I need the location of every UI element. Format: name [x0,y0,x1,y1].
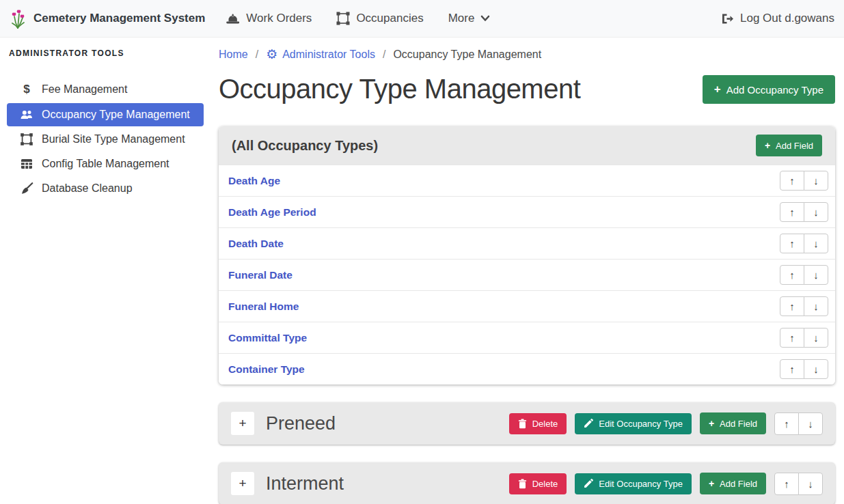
breadcrumb-label: Administrator Tools [282,48,375,61]
move-down-button[interactable]: ↓ [804,202,828,222]
pencil-icon [584,479,593,488]
down-arrow-icon: ↓ [813,332,819,344]
field-row: Death Age ↑ ↓ [219,165,835,196]
move-down-button[interactable]: ↓ [804,171,828,191]
all-occupancy-types-panel: (All Occupancy Types) + Add Field Death … [219,126,835,384]
add-field-button[interactable]: + Add Field [756,135,822,156]
panel-header: (All Occupancy Types) + Add Field [219,126,835,165]
move-up-button[interactable]: ↑ [780,234,804,253]
plus-icon: + [714,83,721,96]
logout-button[interactable]: Log Out d.gowans [721,12,834,25]
breadcrumb: Home / ⚙ Administrator Tools / Occupancy… [219,43,835,61]
field-row: Funeral Home ↑ ↓ [219,290,835,322]
field-link-funeral-home[interactable]: Funeral Home [228,300,299,313]
field-link-death-date[interactable]: Death Date [228,238,284,250]
move-down-button[interactable]: ↓ [804,265,828,285]
breadcrumb-admin-tools-link[interactable]: ⚙ Administrator Tools [266,48,375,61]
sidebar: ADMINISTRATOR TOOLS $ Fee Management Occ… [0,38,212,504]
page-title: Occupancy Type Management [219,72,580,106]
sidebar-item-config-table-management[interactable]: Config Table Management [7,152,204,176]
up-arrow-icon: ↑ [789,363,795,375]
move-down-button[interactable]: ↓ [804,359,828,379]
sidebar-gap [0,69,212,76]
reorder-controls: ↑ ↓ [780,328,828,348]
field-link-committal-type[interactable]: Committal Type [228,332,307,344]
add-field-button[interactable]: + Add Field [700,412,766,434]
expand-section-button[interactable]: + [231,472,254,495]
section-actions: Delete Edit Occupancy Type + Add Field [509,412,823,435]
up-arrow-icon: ↑ [789,332,795,344]
field-row: Committal Type ↑ ↓ [219,322,835,353]
button-label: Delete [532,419,558,429]
sidebar-item-burial-site-type-management[interactable]: Burial Site Type Management [7,128,204,151]
button-label: Add Field [720,419,757,429]
app-brand[interactable]: Cemetery Management System [10,8,205,29]
reorder-controls: ↑ ↓ [780,202,828,222]
field-link-container-type[interactable]: Container Type [228,363,305,376]
move-up-button[interactable]: ↑ [780,328,804,348]
move-down-button[interactable]: ↓ [804,296,828,316]
down-arrow-icon: ↓ [813,363,819,375]
move-up-button[interactable]: ↑ [780,171,804,191]
app-title: Cemetery Management System [33,12,205,25]
field-row: Death Age Period ↑ ↓ [219,196,835,227]
sidebar-item-label: Config Table Management [42,158,169,170]
move-down-button[interactable]: ↓ [798,412,823,435]
up-arrow-icon: ↑ [784,478,789,490]
move-down-button[interactable]: ↓ [798,473,823,495]
plus-icon: + [709,418,714,429]
users-icon [18,109,36,120]
nav-item-more[interactable]: More [448,12,491,25]
occupancy-type-section-interment: + Interment Delete [219,462,835,504]
plus-icon: + [709,478,714,489]
sidebar-item-occupancy-type-management[interactable]: Occupancy Type Management [7,103,204,126]
button-label: Add Occupancy Type [726,84,823,96]
plus-icon: + [765,140,770,151]
delete-button[interactable]: Delete [509,413,567,434]
sidebar-item-label: Fee Management [42,83,127,96]
button-label: Edit Occupancy Type [599,479,683,489]
move-up-button[interactable]: ↑ [774,412,799,435]
move-up-button[interactable]: ↑ [780,202,804,222]
vector-square-icon [18,133,36,145]
button-label: Add Field [720,479,757,489]
move-up-button[interactable]: ↑ [780,265,804,285]
add-occupancy-type-button[interactable]: + Add Occupancy Type [703,75,835,104]
breadcrumb-separator: / [383,48,385,61]
up-arrow-icon: ↑ [784,418,789,430]
down-arrow-icon: ↓ [813,238,819,249]
field-row: Death Date ↑ ↓ [219,227,835,259]
button-label: Add Field [776,141,813,151]
move-down-button[interactable]: ↓ [804,328,828,348]
edit-occupancy-type-button[interactable]: Edit Occupancy Type [575,473,692,494]
down-arrow-icon: ↓ [813,300,819,312]
nav-item-work-orders[interactable]: Work Orders [226,12,312,25]
chevron-down-icon [480,15,490,22]
field-link-death-age[interactable]: Death Age [228,175,280,187]
field-link-death-age-period[interactable]: Death Age Period [228,206,316,219]
edit-occupancy-type-button[interactable]: Edit Occupancy Type [575,413,692,434]
reorder-controls: ↑ ↓ [780,296,828,316]
move-down-button[interactable]: ↓ [804,234,828,253]
pencil-icon [584,419,593,428]
reorder-controls: ↑ ↓ [774,412,823,435]
nav-label: More [448,12,475,25]
sidebar-item-label: Database Cleanup [42,182,133,195]
down-arrow-icon: ↓ [808,418,813,430]
breadcrumb-home-link[interactable]: Home [219,48,248,61]
down-arrow-icon: ↓ [808,478,813,490]
nav-item-occupancies[interactable]: Occupancies [336,12,423,25]
button-label: Edit Occupancy Type [599,419,683,429]
sidebar-item-fee-management[interactable]: $ Fee Management [7,77,204,102]
reorder-controls: ↑ ↓ [780,359,828,379]
move-up-button[interactable]: ↑ [780,296,804,316]
move-up-button[interactable]: ↑ [780,359,804,379]
delete-button[interactable]: Delete [509,473,567,494]
expand-section-button[interactable]: + [231,412,254,435]
field-row: Funeral Date ↑ ↓ [219,259,835,290]
down-arrow-icon: ↓ [813,175,819,186]
move-up-button[interactable]: ↑ [774,473,799,495]
field-link-funeral-date[interactable]: Funeral Date [228,269,292,281]
sidebar-item-database-cleanup[interactable]: Database Cleanup [7,177,204,200]
add-field-button[interactable]: + Add Field [700,473,766,494]
